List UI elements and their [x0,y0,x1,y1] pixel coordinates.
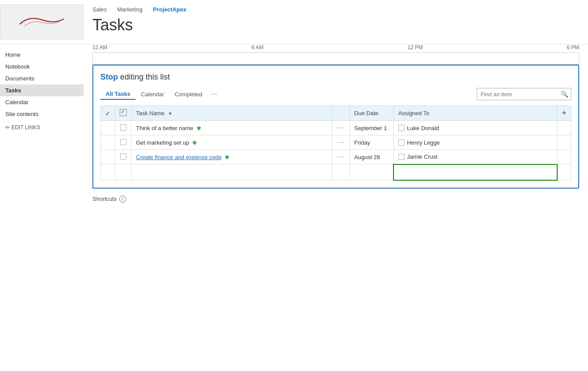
person-name-2: Henry Legge [407,139,440,146]
row-taskname-cell-3: Create finance and expense code ✾ [132,150,332,164]
empty-taskname-cell [132,164,332,180]
stop-editing-rest: editing this list [118,73,170,81]
col-header-check: ✓ [101,106,115,121]
row-taskname-cell-1: Think of a better name ✾ [132,121,332,135]
col-header-duedate[interactable]: Due Date [349,106,393,121]
empty-more-cell [332,164,349,180]
task-gear-icon-3[interactable]: ✾ [225,154,229,160]
sidebar-item-notebook[interactable]: Notebook [0,61,84,73]
sidebar-item-site-contents[interactable]: Site contents [0,108,84,120]
checkmark-icon: ✓ [105,110,110,117]
pencil-icon: ✏ [5,124,10,131]
row-checkbox-cell[interactable] [115,121,132,135]
edit-links[interactable]: ✏ EDIT LINKS [0,122,84,133]
timeline-wrapper: 12 AM 6 AM 12 PM 6 PM [92,44,579,65]
sidebar-item-home[interactable]: Home [0,49,84,61]
task-checkbox-3[interactable] [120,153,126,160]
timeline-label-12am: 12 AM [92,44,107,51]
nav-tab-marketing[interactable]: Marketing [118,6,143,13]
tab-more[interactable]: ··· [208,88,220,100]
row-checkbox-cell[interactable] [115,150,132,164]
row-taskname-cell-2: Get marketing set up ✾ [132,135,332,150]
col-header-taskname[interactable]: Task Name ▼ [132,106,332,121]
due-date-value-1: September 1 [354,125,387,131]
view-tabs: All Tasks Calendar Completed ··· 🔍 [100,88,571,100]
task-gear-icon-1[interactable]: ✾ [197,125,201,131]
row-more-cell-3[interactable]: ··· [332,150,349,164]
search-button[interactable]: 🔍 [558,91,571,98]
row-assignedto-cell-3: Jamie Crust [393,150,557,164]
task-name-link-3[interactable]: Create finance and expense code [136,154,221,160]
assigned-to-label: Assigned To [398,110,430,116]
sidebar: Home Notebook Documents Tasks Calendar S… [0,44,84,371]
col-header-more [332,106,349,121]
dots-menu-1[interactable]: ··· [337,124,344,131]
timeline-track [92,52,579,65]
tab-all-tasks[interactable]: All Tasks [100,89,136,100]
row-more-cell-2[interactable]: ··· [332,135,349,150]
shortcuts-label: Shortcuts [92,196,117,202]
row-duedate-cell-3: August 28 [349,150,393,164]
due-date-value-2: Friday [354,139,370,146]
col-header-add[interactable]: + [557,106,571,121]
info-icon[interactable]: i [119,196,126,203]
person-checkbox-1[interactable] [398,125,404,131]
row-duedate-cell-2: Friday [349,135,393,150]
person-name-1: Luke Donald [407,125,439,131]
nav-tabs: Sales Marketing ProjectApex [92,6,186,13]
row-checkbox-cell[interactable] [115,135,132,150]
task-name-label: Task Name [136,110,165,116]
nav-tab-sales[interactable]: Sales [92,6,107,13]
add-column-icon[interactable]: + [562,109,566,117]
search-box[interactable]: 🔍 [477,88,571,100]
header-right: Sales Marketing ProjectApex Tasks [92,4,186,34]
col-header-complete: ✓ [115,106,132,121]
table-row-empty [101,164,571,180]
shortcuts-bar: Shortcuts i [92,196,579,203]
stop-editing-banner: Stop editing this list [100,73,571,82]
timeline-labels: 12 AM 6 AM 12 PM 6 PM [92,44,579,51]
row-add-cell-2 [557,135,571,150]
row-check-cell [101,121,115,135]
top-header: Sales Marketing ProjectApex Tasks [0,0,588,44]
empty-add-cell [557,164,571,180]
nav-tab-projectapex[interactable]: ProjectApex [153,6,187,13]
timeline-label-12pm: 12 PM [408,44,423,51]
assigned-person-1: Luke Donald [398,125,553,131]
tab-completed[interactable]: Completed [169,89,208,99]
dots-menu-3[interactable]: ··· [337,153,344,160]
row-add-cell-1 [557,121,571,135]
row-assignedto-cell-2: Henry Legge [393,135,557,150]
list-container: Stop editing this list All Tasks Calenda… [92,65,579,189]
empty-duedate-cell [349,164,393,180]
site-logo [0,4,84,40]
tasks-table: ✓ ✓ Task Name ▼ Due D [100,105,571,181]
checkbox-header-icon: ✓ [120,109,127,116]
task-checkbox-1[interactable] [120,124,126,131]
due-date-value-3: August 28 [354,154,380,160]
dots-menu-2[interactable]: ··· [337,138,344,146]
sidebar-item-documents[interactable]: Documents [0,73,84,84]
assignedto-input-empty[interactable] [398,169,552,175]
assigned-person-3: Jamie Crust [398,153,553,160]
timeline-label-6am: 6 AM [251,44,263,51]
search-input[interactable] [477,90,558,98]
person-checkbox-3[interactable] [398,154,404,160]
stop-word[interactable]: Stop [100,73,118,81]
task-checkbox-2[interactable] [120,139,126,145]
empty-check-cell [101,164,115,180]
task-gear-icon-2[interactable]: ✾ [192,140,197,146]
person-checkbox-2[interactable] [398,139,404,145]
col-header-assignedto[interactable]: Assigned To [393,106,557,121]
row-check-cell [101,150,115,164]
sidebar-item-calendar[interactable]: Calendar [0,96,84,108]
sidebar-item-tasks[interactable]: Tasks [0,84,84,96]
table-row: Think of a better name ✾ ··· September 1 [101,121,571,135]
row-more-cell-1[interactable]: ··· [332,121,349,135]
tab-calendar[interactable]: Calendar [136,89,169,99]
timeline-label-6pm: 6 PM [567,44,579,51]
empty-assignedto-cell[interactable] [393,164,557,180]
task-name-dropdown-icon[interactable]: ▼ [168,111,173,116]
main-layout: Home Notebook Documents Tasks Calendar S… [0,44,588,371]
empty-checkbox-cell [115,164,132,180]
